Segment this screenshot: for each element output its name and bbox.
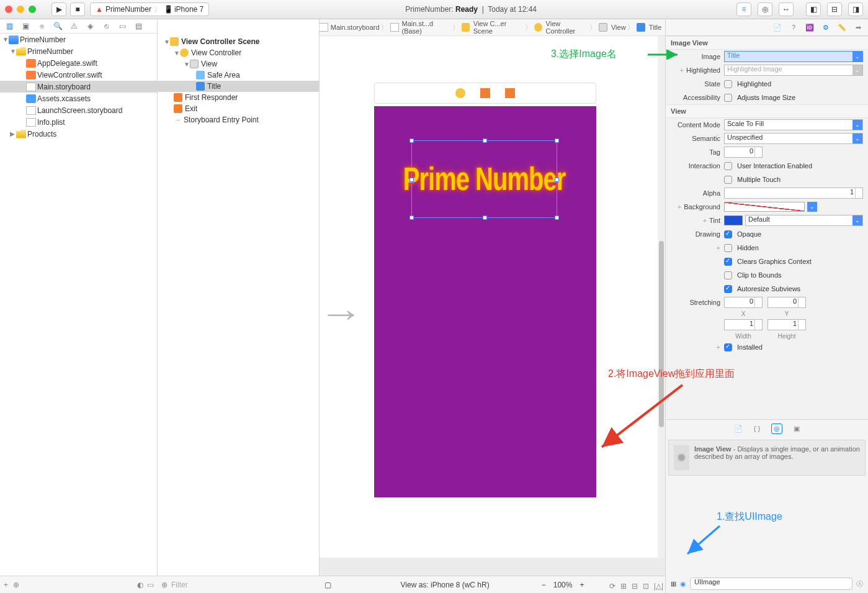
section-image-view: Image View: [666, 36, 868, 50]
editor-assistant-icon[interactable]: ◎: [758, 2, 772, 16]
file-main-storyboard[interactable]: Main.storyboard: [0, 81, 157, 93]
root-view[interactable]: Prime Number: [374, 106, 596, 497]
clip-bounds-check[interactable]: [724, 271, 732, 279]
file-inspector-icon: 📄: [772, 22, 782, 32]
device-config-icon: ▢: [324, 581, 331, 589]
image-view-icon: ✹: [674, 445, 689, 470]
identity-inspector-icon: 🆔: [805, 22, 815, 32]
tag-field[interactable]: 0: [724, 147, 763, 158]
window-titlebar: ▶ ■ ▲ PrimeNumber 〉 📱 iPhone 7 PrimeNumb…: [0, 0, 868, 19]
help-inspector-icon: ?: [789, 22, 799, 32]
object-library: 📄{ }◎▣ ✹ Image View - Displays a single …: [666, 419, 868, 593]
toggle-right-panel-icon[interactable]: ◨: [848, 2, 863, 16]
user-interaction-check[interactable]: [724, 162, 732, 170]
clear-search-icon[interactable]: ⓧ: [856, 579, 863, 589]
ib-layout-tools[interactable]: ⟳⊞⊟⊡|△|: [609, 582, 663, 591]
background-color-well[interactable]: [724, 202, 805, 212]
installed-check[interactable]: [724, 343, 732, 351]
inspector-tabs[interactable]: 📄 ? 🆔 ⚙ 📏 ➡: [666, 19, 868, 36]
document-outline[interactable]: ▼View Controller Scene ▼View Controller …: [158, 19, 319, 576]
navigator-tabs[interactable]: ▥▣⍟🔍⚠◈⎋▭▤: [0, 19, 157, 34]
tint-combo[interactable]: Default⌄: [745, 215, 863, 226]
zoom-out-icon[interactable]: −: [542, 581, 546, 589]
traffic-zoom[interactable]: [29, 6, 36, 13]
image-combo[interactable]: Title⌄: [724, 51, 863, 62]
project-nav-icon: ▥: [4, 22, 15, 30]
toggle-bottom-panel-icon[interactable]: ⊟: [827, 2, 842, 16]
alpha-field[interactable]: 1: [724, 188, 863, 199]
run-button[interactable]: ▶: [51, 2, 66, 16]
editor-version-icon[interactable]: ↔: [779, 2, 794, 16]
grid-view-icon[interactable]: ⊞: [671, 580, 676, 588]
section-view: View: [666, 104, 868, 118]
zoom-in-icon[interactable]: +: [579, 581, 584, 589]
activity-viewer: PrimeNumber: Ready | Today at 12:44: [209, 5, 733, 14]
view-controller-scene[interactable]: Prime Number: [374, 83, 596, 499]
autoresize-check[interactable]: [724, 285, 732, 293]
project-navigator[interactable]: ▼PrimeNumber ▼PrimeNumber AppDelegate.sw…: [0, 34, 157, 576]
outline-footer[interactable]: ⊕Filter: [158, 576, 320, 593]
stop-button[interactable]: ■: [70, 2, 85, 16]
scheme-selector[interactable]: ▲ PrimeNumber 〉 📱 iPhone 7: [90, 2, 209, 16]
attributes-inspector-icon: ⚙: [821, 22, 831, 32]
highlighted-combo[interactable]: Highlighted Image⌄: [724, 65, 863, 76]
semantic-combo[interactable]: Unspecified⌄: [724, 133, 863, 144]
opaque-check[interactable]: [724, 230, 732, 238]
multiple-touch-check[interactable]: [724, 176, 732, 184]
interface-builder-canvas[interactable]: Prime Number: [320, 36, 665, 558]
adjusts-image-size-check[interactable]: [724, 94, 732, 102]
editor-standard-icon[interactable]: ≡: [736, 2, 751, 16]
entry-point-arrow-icon: →: [319, 292, 364, 335]
library-search-input[interactable]: UIImage: [690, 577, 852, 590]
object-library-tab-icon: ◎: [771, 423, 782, 434]
content-mode-combo[interactable]: Scale To Fill⌄: [724, 119, 863, 130]
state-highlighted-check[interactable]: [724, 80, 732, 88]
canvas-scrollbar[interactable]: [658, 36, 665, 558]
image-view-title[interactable]: Prime Number: [411, 140, 557, 218]
size-inspector-icon: 📏: [837, 22, 847, 32]
traffic-min[interactable]: [17, 6, 24, 13]
navigator-footer[interactable]: +⊕ ◐▭: [0, 576, 158, 593]
connections-inspector-icon: ➡: [853, 22, 863, 32]
clears-graphics-check[interactable]: [724, 258, 732, 266]
hidden-check[interactable]: [724, 244, 732, 252]
toggle-left-panel-icon[interactable]: ◧: [806, 2, 821, 16]
scene-dock[interactable]: [374, 83, 596, 104]
traffic-close[interactable]: [5, 6, 12, 13]
library-tabs[interactable]: 📄{ }◎▣: [666, 420, 868, 437]
outline-title[interactable]: Title: [158, 81, 319, 92]
inspector-panel: 📄 ? 🆔 ⚙ 📏 ➡ Image View ImageTitle⌄ +High…: [665, 19, 868, 593]
library-item-image-view[interactable]: ✹ Image View - Displays a single image, …: [668, 440, 866, 476]
